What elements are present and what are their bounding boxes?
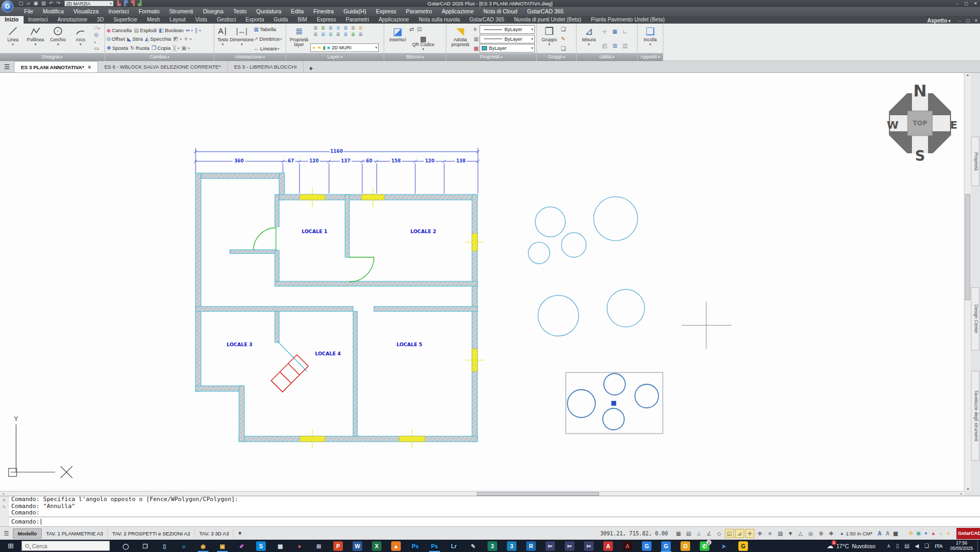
ribbon-tab[interactable]: Guida <box>269 16 293 24</box>
taskbar-edge[interactable]: ℮ <box>177 540 191 552</box>
transparency-icon[interactable]: ▨ <box>776 529 785 538</box>
close-button[interactable]: ✕ <box>971 0 980 7</box>
taskbar-paint[interactable]: ♦ <box>293 540 306 552</box>
taskbar-skype[interactable]: S <box>254 540 268 552</box>
ribbon-tab[interactable]: Express <box>312 16 341 24</box>
volume-icon[interactable]: ◀ <box>915 543 919 549</box>
command-line-panel[interactable]: ✕✎ Comando: Specifica l'angolo opposto o… <box>0 496 980 526</box>
osnap-icon[interactable]: ◱ <box>725 529 734 538</box>
clock[interactable]: 17:5605/05/2025 <box>950 541 973 551</box>
menu-item[interactable]: Finestra <box>309 7 339 16</box>
ribbon-tab[interactable]: Esporta <box>241 16 268 24</box>
polyline-button[interactable]: Polilinea▾ <box>24 25 47 53</box>
linear-dim-button[interactable]: ↔Lineare▾ <box>254 46 282 51</box>
ribbon-tab[interactable]: 3D <box>92 16 109 24</box>
area-tool-icon[interactable]: ◰ <box>600 42 610 50</box>
gstarcad-logo-icon[interactable]: G <box>2 1 13 12</box>
layer-tool-icon[interactable]: ≣ <box>334 31 342 38</box>
taskbar-gstarcad-2[interactable]: G <box>659 540 673 552</box>
ribbon-tab[interactable]: Nuvola di punti Undet (Beta) <box>509 16 586 24</box>
menu-item[interactable]: Disegna <box>198 7 229 16</box>
fillet-tool-icon[interactable]: ◩▾ <box>173 36 181 42</box>
taskbar-design-app[interactable]: ▲ <box>389 540 403 552</box>
text-button[interactable]: A∣ Testo▾ <box>216 25 230 53</box>
linetype-list-icon[interactable]: ≡ <box>474 26 478 32</box>
trim-tool-icon[interactable]: ╳▾ <box>173 45 179 51</box>
taskbar-autocad[interactable]: A <box>601 540 615 552</box>
add-layout-button[interactable]: + <box>234 529 246 537</box>
match-properties-button[interactable]: ◥ Adotta proprietà <box>448 25 473 53</box>
measure-dist-icon[interactable]: ⊹ <box>600 27 610 36</box>
cloud-status-icon[interactable]: ● <box>922 531 930 536</box>
group-edit-icon[interactable]: ❏ <box>561 26 566 32</box>
taskbar-photoshop[interactable]: Ps <box>408 540 422 552</box>
taskbar-3dsmax-2[interactable]: 3 <box>505 540 519 552</box>
menu-item[interactable]: Formato <box>134 7 164 16</box>
color-list-icon[interactable]: ▩ <box>474 46 478 51</box>
layer-tool-icon[interactable]: ≣ <box>342 31 349 38</box>
menu-item[interactable]: Guida(H) <box>339 7 371 16</box>
new-tab-button[interactable]: + <box>304 64 319 72</box>
taskbar-gstarcad-yellow[interactable]: G <box>736 540 750 552</box>
layer-tool-icon[interactable]: ≣ <box>319 31 327 38</box>
menu-item[interactable]: Testo <box>228 7 251 16</box>
side-tab-proprieta[interactable]: Proprietà <box>971 137 979 186</box>
taskbar-autocad-lt[interactable]: A <box>620 540 634 552</box>
taskbar-lightroom[interactable]: Lr <box>447 540 461 552</box>
otrack-icon[interactable]: ✛ <box>745 529 754 538</box>
paste-button[interactable]: ❏ Incolla▾ <box>639 25 661 53</box>
break-tool-icon[interactable]: ✛▾ <box>184 36 191 42</box>
panel-label-appunti[interactable]: Appunti <box>638 53 663 61</box>
layer-tool-icon[interactable]: ≣ <box>327 31 334 38</box>
aspetto-dropdown[interactable]: Aspetto <box>927 18 956 24</box>
layer-tool-icon[interactable]: ≣ <box>357 25 364 31</box>
lineweight-dropdown[interactable]: ByLayer <box>480 35 535 43</box>
menu-item[interactable]: File <box>19 7 38 16</box>
isolate-icon[interactable]: ◎ <box>806 529 816 538</box>
offset-button[interactable]: ⧉Offset <box>107 36 125 42</box>
hscroll-thumb[interactable] <box>477 492 599 496</box>
menu-item[interactable]: Visualizza <box>69 7 103 16</box>
taskbar-powerpoint[interactable]: P <box>331 540 345 552</box>
taskbar-explorer[interactable]: ▣ <box>215 540 229 552</box>
drawing-canvas[interactable]: 1160 360 67 120 137 60 158 120 138 <box>0 73 980 491</box>
rotate-button[interactable]: ↻Ruota <box>130 45 149 51</box>
close-tab-icon[interactable]: × <box>88 64 91 70</box>
horizontal-scrollbar[interactable]: ◂ ▸ <box>0 491 964 496</box>
point-tool-icon[interactable]: ∷ <box>94 25 101 32</box>
layer-properties-button[interactable]: ≣ Proprietà layer <box>288 25 310 53</box>
side-tab-design-center[interactable]: Design Center <box>971 287 979 350</box>
layer-tool-icon[interactable]: ≣ <box>319 25 327 31</box>
id-point-icon[interactable]: ⊞ <box>610 42 620 50</box>
cmd-close-icon[interactable]: ✕ <box>2 498 6 503</box>
ribbon-tab[interactable]: Vista <box>191 16 212 24</box>
donut-tool-icon[interactable]: ◎ <box>94 32 101 46</box>
ortho-icon[interactable]: ⊥ <box>694 529 704 538</box>
measure-button[interactable]: ⊿ Misura▾ <box>578 25 600 53</box>
ribbon-tab[interactable]: BIM <box>293 16 312 24</box>
ribbon-tab[interactable]: Inizio <box>0 16 24 24</box>
group-name-icon[interactable]: ✎ <box>561 36 566 42</box>
layout-tab-tav2[interactable]: TAV. 2 PROSPETTI e SEZIONI A2 <box>108 529 195 538</box>
annotation-autoscale-icon[interactable]: A <box>884 531 892 536</box>
layout-menu-icon[interactable]: ☰ <box>0 530 13 537</box>
view-cube-compass[interactable]: TOP N W E S <box>887 81 957 164</box>
command-input[interactable]: Comando: <box>9 517 980 526</box>
taskbar-yourphone[interactable]: ▯ <box>158 540 171 552</box>
group-button[interactable]: ❒ Gruppo▾ <box>538 25 560 53</box>
array-tool-icon[interactable]: ▪▪▾ <box>186 27 193 33</box>
dimension-button[interactable]: |↔| Dimensione▾ <box>230 25 254 53</box>
ribbon-tab[interactable]: Pianta Pavimento Undet (Beta) <box>586 16 670 24</box>
pan-status-icon[interactable]: ✥ <box>827 529 836 538</box>
search-input[interactable]: Cerca <box>21 541 110 551</box>
align-tool-icon[interactable]: ∥▾ <box>195 27 201 33</box>
color-dropdown[interactable]: ByLayer <box>480 44 535 53</box>
performance-icon[interactable]: ▲ <box>930 531 937 536</box>
taskbar-calculator[interactable]: ⊞ <box>312 540 326 552</box>
erase-button[interactable]: ◆Cancella <box>107 27 132 33</box>
layer-tool-icon[interactable]: ≣ <box>342 25 349 31</box>
osnap-settings-icon[interactable]: ⊿ <box>735 529 744 538</box>
vscroll-thumb[interactable] <box>965 194 970 300</box>
minimize-button[interactable]: – <box>953 0 962 7</box>
cmd-edit-icon[interactable]: ✎ <box>2 505 6 510</box>
